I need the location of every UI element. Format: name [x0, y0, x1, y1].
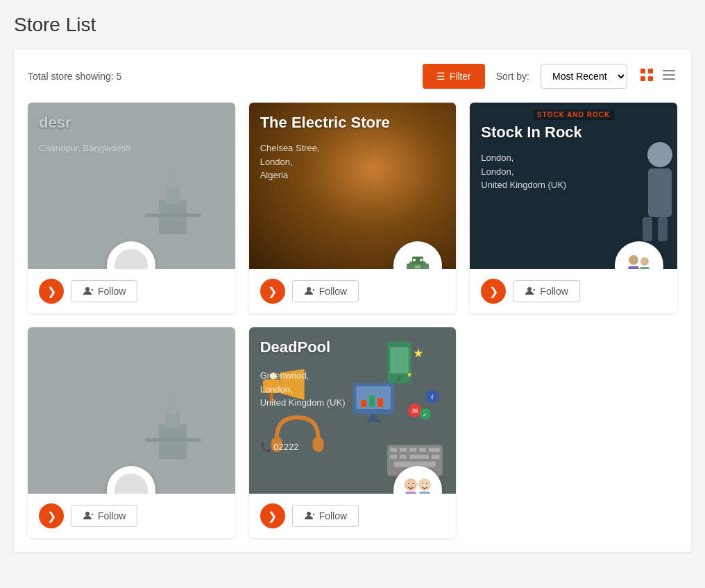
store-card-footer: ❯ Follow	[28, 269, 235, 313]
svg-rect-32	[658, 217, 668, 241]
svg-rect-0	[640, 69, 645, 74]
svg-rect-61	[369, 395, 375, 407]
filter-button[interactable]: ☰ Filter	[423, 64, 485, 89]
store-name: desr	[39, 114, 71, 132]
svg-rect-44	[169, 397, 176, 414]
view-icons	[638, 67, 677, 87]
svg-rect-11	[145, 214, 201, 217]
store-brand-label: STOCK AND ROCK	[533, 110, 614, 120]
filter-label: Filter	[450, 71, 471, 82]
store-arrow-button[interactable]: ❯	[39, 279, 64, 304]
store-arrow-button[interactable]: ❯	[39, 503, 64, 528]
svg-rect-78	[409, 448, 416, 452]
store-grid: desr Chandpur, Bangladesh	[28, 103, 677, 538]
store-card-image: The Electric Store Chelsea Stree,London,…	[249, 103, 457, 269]
follow-button[interactable]: Follow	[513, 280, 579, 302]
follow-icon	[525, 286, 536, 297]
store-card: ❯ Follow	[28, 327, 235, 538]
follow-icon	[304, 286, 315, 297]
follow-button[interactable]: Follow	[71, 505, 137, 527]
grid-view-button[interactable]	[638, 67, 655, 87]
svg-rect-30	[648, 168, 672, 217]
svg-text:✓: ✓	[423, 412, 427, 418]
store-card: STOCK AND ROCK Stock In Rock London,Lond…	[470, 103, 677, 313]
svg-rect-80	[429, 448, 440, 452]
svg-point-93	[418, 478, 431, 491]
arrow-icon: ❯	[47, 510, 56, 523]
svg-rect-3	[648, 76, 653, 81]
svg-rect-37	[640, 267, 649, 269]
svg-marker-67	[414, 348, 423, 357]
svg-rect-46	[145, 438, 201, 442]
svg-rect-84	[431, 455, 439, 459]
svg-rect-31	[643, 217, 652, 241]
svg-point-96	[422, 483, 423, 484]
follow-button[interactable]: Follow	[292, 505, 359, 527]
follow-label: Follow	[540, 286, 568, 297]
svg-point-33	[620, 247, 658, 269]
svg-rect-5	[663, 74, 675, 76]
store-address: London,London,United Kingdom (UK)	[481, 151, 566, 192]
store-card: desr Chandpur, Bangladesh	[28, 103, 235, 313]
svg-rect-64	[366, 420, 380, 422]
follow-label: Follow	[319, 286, 347, 297]
store-address: Chelsea Stree,London,Algeria	[260, 141, 320, 182]
arrow-icon: ❯	[268, 285, 277, 298]
arrow-icon: ❯	[268, 510, 277, 523]
store-arrow-button[interactable]: ❯	[481, 279, 506, 304]
svg-point-45	[169, 389, 177, 397]
svg-rect-63	[370, 414, 377, 420]
svg-point-39	[527, 287, 532, 291]
svg-rect-2	[640, 76, 645, 81]
svg-point-26	[307, 287, 311, 291]
store-card-image: ✉ f ✓	[249, 327, 457, 494]
svg-rect-23	[425, 263, 429, 269]
store-card-image	[28, 327, 235, 494]
store-logo	[393, 241, 442, 269]
svg-point-97	[426, 483, 427, 484]
svg-rect-83	[409, 455, 429, 459]
svg-rect-21	[415, 266, 421, 268]
store-name: The Electric Store	[260, 114, 390, 132]
store-card-image: desr Chandpur, Bangladesh	[28, 103, 235, 269]
svg-rect-82	[400, 455, 407, 459]
follow-icon	[304, 510, 315, 521]
sort-select[interactable]: Most Recent Oldest Name A-Z Name Z-A	[541, 64, 627, 89]
store-arrow-button[interactable]: ❯	[260, 279, 285, 304]
svg-rect-22	[407, 263, 410, 269]
svg-point-36	[640, 257, 649, 266]
store-card-footer: ❯ Follow	[28, 494, 235, 538]
svg-point-91	[412, 483, 414, 484]
follow-button[interactable]: Follow	[71, 280, 137, 302]
svg-rect-35	[628, 266, 639, 269]
store-arrow-button[interactable]: ❯	[260, 503, 285, 528]
svg-point-86	[399, 472, 436, 494]
svg-point-34	[629, 255, 638, 265]
svg-rect-92	[405, 492, 416, 494]
svg-point-29	[647, 142, 672, 167]
list-view-button[interactable]	[661, 67, 677, 87]
store-card-footer: ❯ Follow	[470, 269, 677, 313]
svg-rect-9	[169, 172, 176, 189]
total-store-label: Total store showing: 5	[28, 71, 411, 82]
store-card: The Electric Store Chelsea Stree,London,…	[249, 103, 457, 313]
svg-point-99	[307, 512, 311, 516]
store-card-footer: ❯ Follow	[249, 494, 457, 538]
svg-rect-60	[361, 400, 366, 407]
store-card: ✉ f ✓	[249, 327, 457, 538]
store-card-footer: ❯ Follow	[249, 269, 457, 313]
store-phone: 📞 02222	[260, 442, 299, 452]
store-name: DeadPool	[260, 338, 330, 356]
svg-rect-81	[390, 455, 397, 459]
page-title: Store List	[14, 14, 691, 36]
svg-rect-76	[390, 448, 397, 452]
follow-button[interactable]: Follow	[292, 280, 359, 302]
svg-point-48	[85, 512, 90, 516]
store-card-image: STOCK AND ROCK Stock In Rock London,Lond…	[470, 103, 677, 269]
svg-rect-66	[312, 437, 323, 452]
svg-point-20	[420, 259, 423, 261]
sort-by-label: Sort by:	[496, 71, 529, 82]
arrow-icon: ❯	[47, 285, 56, 298]
svg-point-90	[408, 483, 409, 484]
follow-label: Follow	[98, 510, 126, 521]
